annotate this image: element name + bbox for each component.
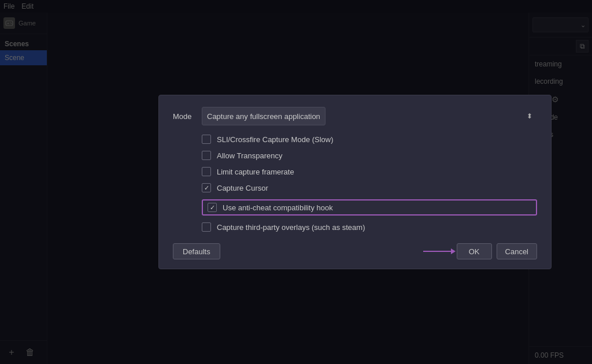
mode-select[interactable]: Capture any fullscreen application (202, 107, 325, 125)
checkbox-cursor-row: Capture Cursor (202, 183, 537, 192)
checkbox-cursor[interactable] (202, 183, 211, 192)
dialog-footer: Defaults OK Cancel (173, 243, 537, 259)
checkbox-framerate-label: Limit capture framerate (217, 168, 294, 176)
select-arrow-icon: ⬍ (527, 112, 532, 120)
arrow-line (423, 251, 452, 252)
checkbox-overlays-row: Capture third-party overlays (such as st… (202, 222, 537, 232)
checkbox-overlays[interactable] (202, 222, 211, 232)
checkbox-anticheat-row[interactable]: Use anti-cheat compatibility hook (202, 199, 537, 216)
checkbox-transparency-row: Allow Transparency (202, 151, 537, 160)
mode-select-wrapper: Capture any fullscreen application ⬍ (202, 107, 537, 125)
footer-right: OK Cancel (423, 243, 537, 259)
checkbox-anticheat[interactable] (208, 203, 217, 212)
mode-field-label: Mode (173, 112, 202, 121)
checkbox-list: SLI/Crossfire Capture Mode (Slow) Allow … (173, 135, 537, 232)
checkbox-cursor-label: Capture Cursor (217, 184, 268, 192)
dialog: Mode Capture any fullscreen application … (158, 95, 552, 269)
arrow-indicator (423, 251, 452, 252)
checkbox-overlays-label: Capture third-party overlays (such as st… (217, 223, 365, 232)
checkbox-sli[interactable] (202, 135, 211, 144)
checkbox-sli-row: SLI/Crossfire Capture Mode (Slow) (202, 135, 537, 144)
checkbox-transparency-label: Allow Transparency (217, 151, 282, 160)
checkbox-transparency[interactable] (202, 151, 211, 160)
checkbox-anticheat-label: Use anti-cheat compatibility hook (223, 203, 333, 212)
defaults-button[interactable]: Defaults (173, 243, 220, 259)
cancel-button[interactable]: Cancel (497, 243, 537, 259)
ok-button[interactable]: OK (457, 243, 492, 259)
checkbox-framerate[interactable] (202, 167, 211, 176)
mode-row: Mode Capture any fullscreen application … (173, 107, 537, 125)
checkbox-framerate-row: Limit capture framerate (202, 167, 537, 176)
checkbox-sli-label: SLI/Crossfire Capture Mode (Slow) (217, 135, 334, 144)
